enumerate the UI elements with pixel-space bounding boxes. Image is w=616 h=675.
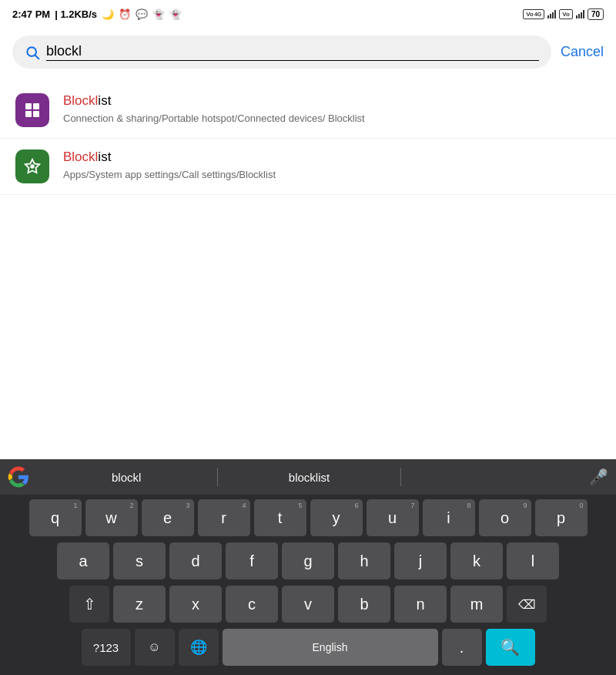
- status-bar: 2:47 PM | 1.2KB/s 🌙 ⏰ 💬 👻 👻 Vo4G Vo 70: [0, 0, 616, 28]
- whatsapp-icon: 💬: [136, 8, 148, 20]
- result-title-1: Blocklist: [63, 93, 601, 109]
- key-g[interactable]: g: [282, 542, 334, 579]
- key-u[interactable]: u7: [367, 499, 419, 536]
- key-b[interactable]: b: [338, 586, 390, 623]
- signal-bars-1: [547, 9, 556, 18]
- key-e[interactable]: e3: [142, 499, 194, 536]
- key-o[interactable]: o9: [479, 499, 531, 536]
- key-backspace[interactable]: ⌫: [507, 586, 547, 623]
- result-subtitle-2: Apps/System app settings/Call settings/B…: [63, 168, 601, 182]
- search-input[interactable]: blockl: [46, 43, 539, 61]
- suggestions-row: blockl blocklist 🎤: [0, 459, 616, 495]
- key-i[interactable]: i8: [423, 499, 475, 536]
- result-icon-1: [15, 93, 49, 127]
- key-globe[interactable]: 🌐: [179, 629, 219, 666]
- key-emoji[interactable]: ☺: [135, 629, 175, 666]
- keyboard-area: blockl blocklist 🎤 q1 w2 e3 r4 t5 y6 u7 …: [0, 459, 616, 675]
- key-s[interactable]: s: [113, 542, 166, 579]
- search-bar-area: blockl Cancel: [0, 28, 616, 76]
- key-a[interactable]: a: [57, 542, 109, 579]
- key-x[interactable]: x: [169, 586, 222, 623]
- status-left: 2:47 PM | 1.2KB/s 🌙 ⏰ 💬 👻 👻: [12, 8, 182, 20]
- battery-indicator: 70: [588, 8, 604, 20]
- time-display: 2:47 PM: [12, 8, 50, 20]
- key-row-4: ?123 ☺ 🌐 English . 🔍: [3, 629, 613, 666]
- result-highlight-1: Blockl: [63, 93, 98, 108]
- key-period[interactable]: .: [442, 629, 482, 666]
- cancel-button[interactable]: Cancel: [561, 44, 604, 60]
- key-n[interactable]: n: [394, 586, 447, 623]
- result-item-1[interactable]: Blocklist Connection & sharing/Portable …: [0, 82, 616, 139]
- key-t[interactable]: t5: [254, 499, 306, 536]
- key-p[interactable]: p0: [535, 499, 588, 536]
- key-v[interactable]: v: [282, 586, 334, 623]
- moon-icon: 🌙: [102, 8, 114, 20]
- result-item-2[interactable]: Blocklist Apps/System app settings/Call …: [0, 139, 616, 195]
- key-numbers[interactable]: ?123: [82, 629, 131, 666]
- key-f[interactable]: f: [226, 542, 278, 579]
- svg-rect-5: [33, 111, 39, 117]
- svg-line-1: [35, 55, 39, 59]
- result-icon-2: [15, 149, 49, 183]
- result-text-2: Blocklist Apps/System app settings/Call …: [63, 149, 601, 182]
- key-j[interactable]: j: [394, 542, 447, 579]
- key-d[interactable]: d: [169, 542, 222, 579]
- suggestion-divider-2: [400, 468, 401, 486]
- key-k[interactable]: k: [450, 542, 503, 579]
- snapchat-icon: 👻: [152, 8, 165, 20]
- result-normal-2: ist: [98, 149, 111, 164]
- key-shift[interactable]: ⇧: [69, 586, 109, 623]
- key-h[interactable]: h: [338, 542, 390, 579]
- result-text-1: Blocklist Connection & sharing/Portable …: [63, 93, 601, 126]
- key-row-1: q1 w2 e3 r4 t5 y6 u7 i8 o9 p0: [3, 499, 613, 536]
- svg-point-6: [30, 164, 35, 169]
- key-l[interactable]: l: [507, 542, 559, 579]
- key-r[interactable]: r4: [198, 499, 250, 536]
- key-search[interactable]: 🔍: [486, 629, 535, 666]
- svg-rect-3: [33, 103, 39, 109]
- keys-area: q1 w2 e3 r4 t5 y6 u7 i8 o9 p0 a s d f g …: [0, 495, 616, 675]
- suggestion-blocklist[interactable]: blocklist: [218, 471, 400, 484]
- key-c[interactable]: c: [226, 586, 278, 623]
- result-subtitle-1: Connection & sharing/Portable hotspot/Co…: [63, 112, 601, 126]
- key-y[interactable]: y6: [310, 499, 363, 536]
- svg-rect-4: [25, 111, 32, 117]
- key-m[interactable]: m: [450, 586, 503, 623]
- result-title-2: Blocklist: [63, 149, 601, 165]
- search-icon: [25, 45, 40, 60]
- key-z[interactable]: z: [113, 586, 166, 623]
- svg-rect-2: [25, 103, 32, 109]
- volte-indicator2: Vo: [559, 9, 573, 19]
- result-highlight-2: Blockl: [63, 149, 98, 164]
- volte-indicator: Vo4G: [523, 9, 544, 19]
- google-logo: [8, 466, 29, 488]
- signal-bars-2: [576, 9, 584, 18]
- suggestion-blockl[interactable]: blockl: [35, 471, 217, 484]
- key-w[interactable]: w2: [85, 499, 138, 536]
- key-row-3: ⇧ z x c v b n m ⌫: [3, 586, 613, 623]
- snapchat-icon2: 👻: [169, 8, 182, 20]
- mic-icon[interactable]: 🎤: [589, 468, 608, 486]
- status-right: Vo4G Vo 70: [523, 8, 604, 20]
- key-q[interactable]: q1: [29, 499, 82, 536]
- speed-display: | 1.2KB/s: [55, 8, 97, 20]
- key-space[interactable]: English: [223, 629, 438, 666]
- search-box[interactable]: blockl: [12, 35, 551, 69]
- results-area: Blocklist Connection & sharing/Portable …: [0, 76, 616, 201]
- alarm-icon: ⏰: [119, 8, 131, 20]
- key-row-2: a s d f g h j k l: [3, 542, 613, 579]
- result-normal-1: ist: [98, 93, 111, 108]
